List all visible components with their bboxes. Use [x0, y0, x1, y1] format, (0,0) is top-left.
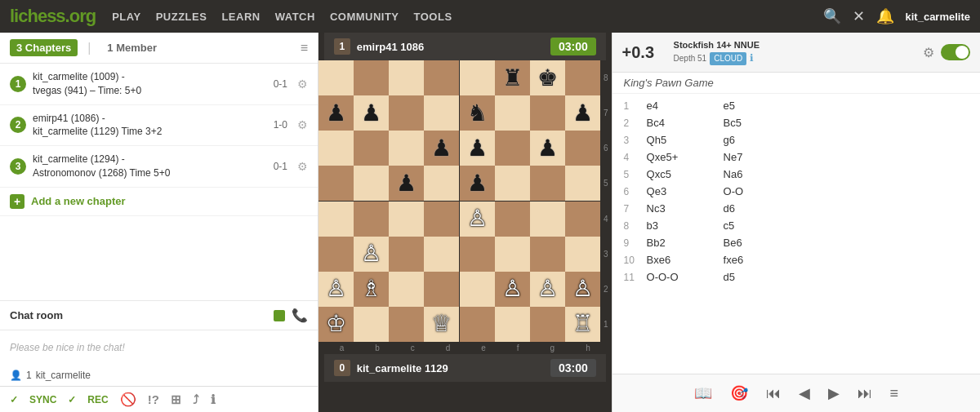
chess-square[interactable]: ♟ — [460, 131, 495, 166]
chess-square[interactable]: ♜ — [495, 60, 530, 95]
tab-chapters[interactable]: 3 Chapters — [10, 39, 78, 56]
chess-square[interactable]: ♔ — [318, 307, 354, 342]
move-black[interactable]: Be6 — [724, 237, 797, 249]
chess-square[interactable] — [354, 166, 389, 201]
chess-square[interactable] — [389, 202, 424, 237]
chess-square[interactable] — [424, 95, 459, 131]
info-link-icon[interactable]: ℹ — [750, 51, 754, 65]
chess-square[interactable]: ♚ — [530, 60, 565, 95]
chapter-item[interactable]: 1 kit_carmelite (1009) - tvegas (941) – … — [0, 64, 318, 105]
chess-square[interactable] — [354, 60, 389, 95]
chess-square[interactable] — [354, 202, 389, 237]
no-sync-icon[interactable]: 🚫 — [120, 392, 136, 407]
engine-toggle[interactable] — [941, 44, 970, 60]
search-icon[interactable]: 🔍 — [823, 7, 841, 25]
chess-square[interactable] — [424, 166, 459, 201]
chess-square[interactable]: ♟ — [530, 131, 565, 166]
chess-square[interactable] — [424, 60, 459, 95]
chess-square[interactable] — [495, 166, 530, 201]
chess-square[interactable] — [318, 131, 354, 166]
chess-square[interactable]: ♙ — [318, 272, 354, 307]
chess-square[interactable]: ♟ — [460, 166, 495, 201]
move-white[interactable]: Qxc5 — [647, 168, 720, 180]
move-white[interactable]: Nc3 — [647, 202, 720, 215]
chess-square[interactable]: ♕ — [424, 307, 459, 342]
chess-square[interactable] — [318, 166, 354, 201]
logo[interactable]: lichess.org — [10, 6, 96, 27]
nav-play[interactable]: PLAY — [112, 11, 140, 23]
close-icon[interactable]: ✕ — [853, 7, 865, 25]
chess-square[interactable] — [565, 60, 600, 95]
chess-square[interactable]: ♗ — [354, 272, 389, 307]
move-black[interactable]: fxe6 — [724, 254, 797, 266]
chess-square[interactable] — [424, 202, 459, 237]
target-icon[interactable]: 🎯 — [727, 381, 751, 405]
nav-puzzles[interactable]: PUZZLES — [156, 11, 207, 23]
chess-square[interactable] — [530, 307, 565, 342]
chess-square[interactable] — [530, 202, 565, 237]
chess-square[interactable] — [530, 237, 565, 272]
move-white[interactable]: Qe3 — [647, 185, 720, 197]
move-black[interactable]: d6 — [724, 202, 797, 215]
move-black[interactable]: e5 — [724, 100, 797, 112]
chess-square[interactable] — [389, 131, 424, 166]
chapter-gear-icon[interactable]: ⚙ — [297, 118, 308, 131]
chess-square[interactable] — [318, 237, 354, 272]
chess-square[interactable]: ♙ — [354, 237, 389, 272]
move-black[interactable]: Na6 — [724, 168, 797, 180]
chess-square[interactable] — [318, 202, 354, 237]
chess-square[interactable] — [389, 307, 424, 342]
nav-community[interactable]: COMMUNITY — [330, 11, 399, 23]
chess-square[interactable] — [530, 166, 565, 201]
chess-square[interactable] — [495, 307, 530, 342]
sync-label[interactable]: SYNC — [29, 394, 56, 405]
chess-square[interactable] — [565, 202, 600, 237]
chess-square[interactable] — [460, 237, 495, 272]
chess-square[interactable] — [495, 131, 530, 166]
chess-square[interactable] — [460, 60, 495, 95]
bell-icon[interactable]: 🔔 — [876, 7, 894, 25]
chess-square[interactable]: ♟ — [354, 95, 389, 131]
move-black[interactable]: d5 — [724, 271, 797, 283]
chess-square[interactable]: ♟ — [565, 95, 600, 131]
chess-square[interactable]: ♙ — [530, 272, 565, 307]
chess-square[interactable]: ♙ — [565, 272, 600, 307]
next-icon[interactable]: ▶ — [825, 381, 843, 405]
phone-icon[interactable]: 📞 — [292, 308, 308, 323]
chess-square[interactable]: ♟ — [424, 131, 459, 166]
chess-square[interactable] — [318, 60, 354, 95]
move-black[interactable]: g6 — [724, 134, 797, 146]
add-chapter-button[interactable]: + Add a new chapter — [0, 188, 318, 216]
chess-square[interactable] — [424, 237, 459, 272]
info-icon[interactable]: ℹ — [211, 392, 216, 407]
chapter-item[interactable]: 3 kit_carmelite (1294) - Astronomonov (1… — [0, 146, 318, 188]
chess-square[interactable] — [460, 272, 495, 307]
chess-square[interactable]: ♟ — [389, 166, 424, 201]
chapter-gear-icon[interactable]: ⚙ — [297, 78, 308, 91]
move-white[interactable]: Bb2 — [647, 237, 720, 249]
move-black[interactable]: c5 — [724, 219, 797, 232]
chess-square[interactable] — [530, 95, 565, 131]
chess-square[interactable]: ♙ — [460, 202, 495, 237]
move-black[interactable]: O-O — [724, 185, 797, 197]
rec-label[interactable]: REC — [87, 394, 108, 405]
move-white[interactable]: Bc4 — [647, 117, 720, 129]
chess-square[interactable]: ♖ — [565, 307, 600, 342]
chess-square[interactable] — [495, 95, 530, 131]
move-white[interactable]: e4 — [647, 100, 720, 112]
skip-forward-icon[interactable]: ⏭ — [854, 382, 875, 405]
chess-square[interactable]: ♙ — [495, 272, 530, 307]
move-black[interactable]: Bc5 — [724, 117, 797, 129]
book-icon[interactable]: 📖 — [691, 381, 715, 405]
nav-watch[interactable]: WATCH — [275, 11, 315, 23]
chess-square[interactable] — [565, 237, 600, 272]
chess-square[interactable]: ♟ — [318, 95, 354, 131]
chess-square[interactable] — [495, 237, 530, 272]
chess-square[interactable] — [389, 272, 424, 307]
chapter-item[interactable]: 2 emirp41 (1086) - kit_carmelite (1129) … — [0, 105, 318, 147]
nav-tools[interactable]: TOOLS — [414, 11, 452, 23]
move-white[interactable]: Qxe5+ — [647, 151, 720, 163]
chess-square[interactable] — [565, 131, 600, 166]
chess-square[interactable] — [354, 131, 389, 166]
chess-square[interactable] — [354, 307, 389, 342]
